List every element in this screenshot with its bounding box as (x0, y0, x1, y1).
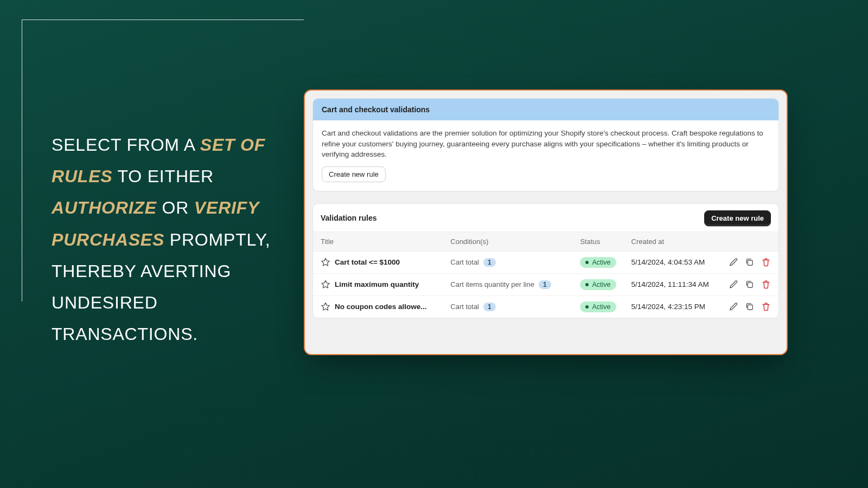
status-dot-icon (585, 305, 589, 309)
star-icon[interactable] (321, 280, 330, 290)
status-label: Active (592, 259, 610, 266)
status-dot-icon (585, 283, 589, 286)
rule-condition-count: 1 (483, 303, 496, 311)
table-row: No coupon codes allowe... Cart total 1 A… (313, 296, 778, 318)
rule-title[interactable]: Cart total <= $1000 (335, 258, 400, 266)
rule-created-at: 5/14/2024, 4:23:15 PM (631, 303, 706, 311)
delete-icon[interactable] (761, 280, 771, 290)
status-label: Active (592, 303, 610, 311)
duplicate-icon[interactable] (745, 258, 755, 267)
hero-copy: SELECT FROM A SET OF RULES TO EITHER AUT… (52, 129, 301, 350)
hero-text: OR (157, 198, 194, 217)
status-dot-icon (585, 261, 589, 264)
column-header-title: Title (313, 232, 443, 251)
edit-icon[interactable] (729, 280, 738, 290)
column-header-status: Status (572, 232, 623, 251)
status-badge: Active (580, 279, 616, 290)
rule-created-at: 5/14/2024, 4:04:53 AM (631, 258, 705, 266)
duplicate-icon[interactable] (745, 302, 755, 312)
intro-card-title: Cart and checkout validations (313, 99, 778, 120)
star-icon[interactable] (321, 258, 330, 267)
table-row: Cart total <= $1000 Cart total 1 Active … (313, 251, 778, 273)
rule-condition-text: Cart total (450, 303, 479, 311)
create-rule-button[interactable]: Create new rule (322, 166, 386, 182)
status-label: Active (592, 281, 610, 288)
rule-title[interactable]: Limit maximum quantity (335, 280, 419, 288)
status-badge: Active (580, 301, 616, 312)
rule-condition-count: 1 (539, 280, 551, 289)
table-row: Limit maximum quantity Cart items quanti… (313, 273, 778, 296)
rule-condition-text: Cart total (450, 258, 479, 266)
column-header-created: Created at (624, 232, 721, 251)
delete-icon[interactable] (761, 258, 771, 267)
hero-text: TO EITHER (112, 166, 213, 186)
create-rule-button-primary-label: Create new rule (711, 214, 764, 222)
create-rule-button-primary[interactable]: Create new rule (704, 210, 771, 226)
intro-card: Cart and checkout validations Cart and c… (312, 98, 779, 191)
status-badge: Active (580, 257, 616, 268)
app-panel: Cart and checkout validations Cart and c… (304, 89, 788, 355)
rules-card: Validation rules Create new rule Title C… (312, 203, 779, 318)
hero-text: SELECT FROM A (52, 135, 200, 155)
star-icon[interactable] (321, 302, 330, 312)
create-rule-button-label: Create new rule (329, 170, 379, 178)
edit-icon[interactable] (729, 258, 738, 267)
column-header-actions (721, 232, 778, 251)
rule-condition-text: Cart items quantity per line (450, 280, 534, 288)
rule-condition-count: 1 (483, 258, 496, 267)
rule-created-at: 5/14/2024, 11:11:34 AM (631, 280, 709, 288)
rule-title[interactable]: No coupon codes allowe... (335, 303, 427, 311)
column-header-conditions: Condition(s) (443, 232, 572, 251)
rules-table: Title Condition(s) Status Created at Car… (313, 232, 778, 318)
duplicate-icon[interactable] (745, 280, 755, 290)
delete-icon[interactable] (761, 302, 771, 312)
intro-card-body: Cart and checkout validations are the pr… (322, 128, 770, 160)
edit-icon[interactable] (729, 302, 738, 312)
hero-emphasis: AUTHORIZE (52, 198, 157, 217)
rules-heading: Validation rules (321, 214, 376, 222)
